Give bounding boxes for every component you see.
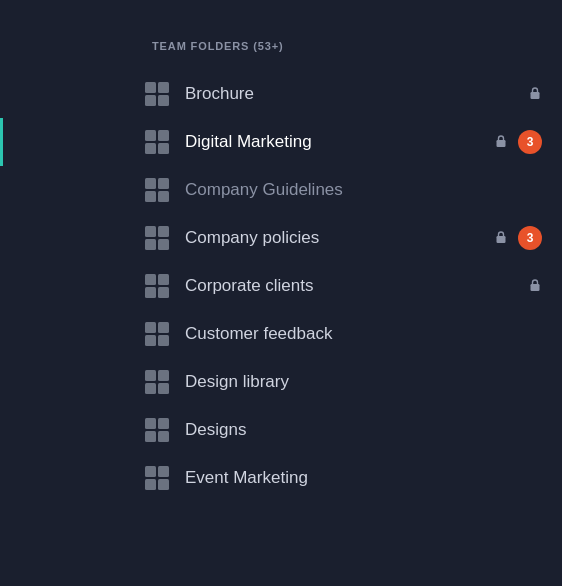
svg-rect-3 [158,95,169,106]
svg-rect-9 [497,140,506,147]
svg-rect-1 [158,82,169,93]
section-header: TEAM FOLDERS (53+) [0,40,562,70]
lock-icon-corporate-clients [528,278,542,295]
svg-rect-20 [158,274,169,285]
svg-rect-39 [158,479,169,490]
svg-rect-36 [145,466,156,477]
svg-rect-38 [145,479,156,490]
folder-icon-digital-marketing [143,128,171,156]
folder-name-customer-feedback: Customer feedback [185,324,542,344]
svg-rect-24 [145,322,156,333]
svg-rect-11 [158,178,169,189]
svg-rect-34 [145,431,156,442]
folder-icon-design-library [143,368,171,396]
team-folders-panel: TEAM FOLDERS (53+) Brochure Digital Mark… [0,0,562,586]
svg-rect-23 [531,284,540,291]
folder-list: Brochure Digital Marketing 3 Company Gui… [0,70,562,502]
folder-icon-company-policies [143,224,171,252]
svg-rect-2 [145,95,156,106]
svg-rect-13 [158,191,169,202]
svg-rect-27 [158,335,169,346]
folder-item-event-marketing[interactable]: Event Marketing [0,454,562,502]
svg-rect-35 [158,431,169,442]
badge-company-policies: 3 [518,226,542,250]
lock-icon-company-policies [494,230,508,247]
folder-icon-customer-feedback [143,320,171,348]
svg-rect-5 [145,130,156,141]
folder-name-digital-marketing: Digital Marketing [185,132,486,152]
folder-icon-corporate-clients [143,272,171,300]
svg-rect-16 [145,239,156,250]
svg-rect-32 [145,418,156,429]
svg-rect-18 [497,236,506,243]
svg-rect-10 [145,178,156,189]
svg-rect-6 [158,130,169,141]
svg-rect-4 [531,92,540,99]
folder-icon-event-marketing [143,464,171,492]
folder-name-corporate-clients: Corporate clients [185,276,520,296]
folder-icon-designs [143,416,171,444]
folder-icon-brochure [143,80,171,108]
folder-item-designs[interactable]: Designs [0,406,562,454]
svg-rect-8 [158,143,169,154]
badge-digital-marketing: 3 [518,130,542,154]
svg-rect-0 [145,82,156,93]
svg-rect-29 [158,370,169,381]
svg-rect-7 [145,143,156,154]
svg-rect-26 [145,335,156,346]
lock-icon-brochure [528,86,542,103]
svg-rect-21 [145,287,156,298]
svg-rect-33 [158,418,169,429]
svg-rect-28 [145,370,156,381]
folder-name-brochure: Brochure [185,84,520,104]
folder-item-corporate-clients[interactable]: Corporate clients [0,262,562,310]
folder-item-digital-marketing[interactable]: Digital Marketing 3 [0,118,562,166]
svg-rect-12 [145,191,156,202]
folder-name-designs: Designs [185,420,542,440]
folder-icon-company-guidelines [143,176,171,204]
folder-name-company-guidelines: Company Guidelines [185,180,542,200]
svg-rect-25 [158,322,169,333]
svg-rect-14 [145,226,156,237]
svg-rect-22 [158,287,169,298]
folder-name-event-marketing: Event Marketing [185,468,542,488]
svg-rect-31 [158,383,169,394]
svg-rect-19 [145,274,156,285]
svg-rect-37 [158,466,169,477]
folder-item-customer-feedback[interactable]: Customer feedback [0,310,562,358]
lock-icon-digital-marketing [494,134,508,151]
svg-rect-15 [158,226,169,237]
svg-rect-30 [145,383,156,394]
folder-name-design-library: Design library [185,372,542,392]
folder-item-brochure[interactable]: Brochure [0,70,562,118]
folder-name-company-policies: Company policies [185,228,486,248]
folder-item-design-library[interactable]: Design library [0,358,562,406]
svg-rect-17 [158,239,169,250]
folder-item-company-guidelines[interactable]: Company Guidelines [0,166,562,214]
folder-item-company-policies[interactable]: Company policies 3 [0,214,562,262]
